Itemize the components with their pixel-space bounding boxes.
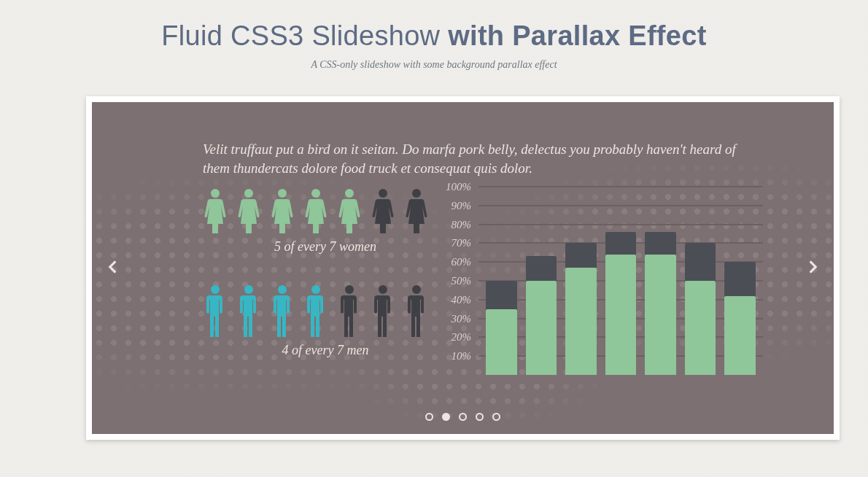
slideshow-frame: Velit truffaut put a bird on it seitan. … bbox=[86, 96, 840, 440]
chart-y-tick: 20% bbox=[452, 331, 472, 344]
pager-dot[interactable] bbox=[476, 413, 484, 421]
men-label: 4 of every 7 men bbox=[201, 343, 449, 358]
man-icon bbox=[235, 284, 263, 338]
chart-y-tick: 40% bbox=[452, 293, 472, 306]
man-icon bbox=[302, 284, 330, 338]
chart-y-tick: 80% bbox=[452, 218, 472, 230]
chart-bar bbox=[486, 187, 517, 375]
svg-point-0 bbox=[211, 189, 220, 198]
svg-point-1 bbox=[244, 189, 253, 198]
pager-dot[interactable] bbox=[459, 413, 467, 421]
infographic-women: 5 of every 7 women bbox=[201, 188, 449, 255]
woman-icon bbox=[201, 188, 229, 235]
slide-blurb: Velit truffaut put a bird on it seitan. … bbox=[203, 140, 746, 177]
pager-dot[interactable] bbox=[492, 413, 500, 421]
men-row bbox=[201, 284, 449, 338]
woman-icon bbox=[235, 188, 263, 235]
svg-point-12 bbox=[379, 285, 387, 294]
chart-y-tick: 100% bbox=[446, 181, 471, 193]
chart-y-tick: 70% bbox=[452, 237, 472, 249]
chart-bars bbox=[486, 187, 756, 375]
chart-y-labels: 10%20%30%40%50%60%70%80%90%100% bbox=[442, 187, 476, 375]
women-row bbox=[201, 188, 449, 235]
chart-bar bbox=[526, 187, 557, 375]
svg-point-11 bbox=[345, 285, 354, 294]
pager-dot[interactable] bbox=[442, 413, 450, 421]
svg-point-4 bbox=[345, 189, 354, 198]
chart-y-tick: 90% bbox=[452, 199, 472, 212]
svg-point-9 bbox=[278, 285, 287, 294]
page-title: Fluid CSS3 Slideshow with Parallax Effec… bbox=[0, 0, 868, 52]
prev-arrow[interactable] bbox=[99, 255, 125, 282]
chart-y-tick: 60% bbox=[452, 256, 472, 268]
chart-y-tick: 50% bbox=[452, 275, 472, 287]
page-subtitle: A CSS-only slideshow with some backgroun… bbox=[0, 59, 868, 71]
man-icon bbox=[403, 284, 430, 338]
svg-point-2 bbox=[278, 189, 287, 198]
next-arrow[interactable] bbox=[800, 255, 826, 282]
slide: Velit truffaut put a bird on it seitan. … bbox=[92, 102, 834, 434]
women-label: 5 of every 7 women bbox=[201, 239, 449, 255]
infographic-men: 4 of every 7 men bbox=[201, 284, 449, 358]
pager bbox=[92, 413, 834, 421]
pager-dot[interactable] bbox=[425, 413, 433, 421]
woman-icon bbox=[268, 188, 296, 235]
chart-bar bbox=[565, 187, 597, 375]
svg-point-3 bbox=[311, 189, 320, 198]
chart-y-tick: 10% bbox=[452, 350, 472, 362]
man-icon bbox=[336, 284, 363, 338]
bar-chart: 10%20%30%40%50%60%70%80%90%100% bbox=[442, 187, 763, 375]
svg-point-5 bbox=[379, 189, 387, 198]
man-icon bbox=[369, 284, 397, 338]
man-icon bbox=[268, 284, 296, 338]
chevron-right-icon bbox=[804, 257, 823, 279]
svg-point-6 bbox=[412, 189, 421, 198]
title-light: Fluid CSS3 Slideshow bbox=[161, 20, 448, 51]
woman-icon bbox=[369, 188, 397, 235]
chevron-left-icon bbox=[103, 257, 122, 279]
woman-icon bbox=[302, 188, 330, 235]
title-bold: with Parallax Effect bbox=[448, 20, 706, 51]
chart-bar bbox=[685, 187, 716, 375]
chart-bar bbox=[605, 187, 637, 375]
woman-icon bbox=[403, 188, 430, 235]
man-icon bbox=[201, 284, 229, 338]
chart-y-tick: 30% bbox=[452, 312, 472, 325]
svg-point-13 bbox=[412, 285, 421, 294]
svg-point-7 bbox=[211, 285, 220, 294]
chart-bar bbox=[724, 187, 756, 375]
svg-point-10 bbox=[311, 285, 320, 294]
woman-icon bbox=[336, 188, 363, 235]
chart-bar bbox=[645, 187, 676, 375]
svg-point-8 bbox=[244, 285, 253, 294]
